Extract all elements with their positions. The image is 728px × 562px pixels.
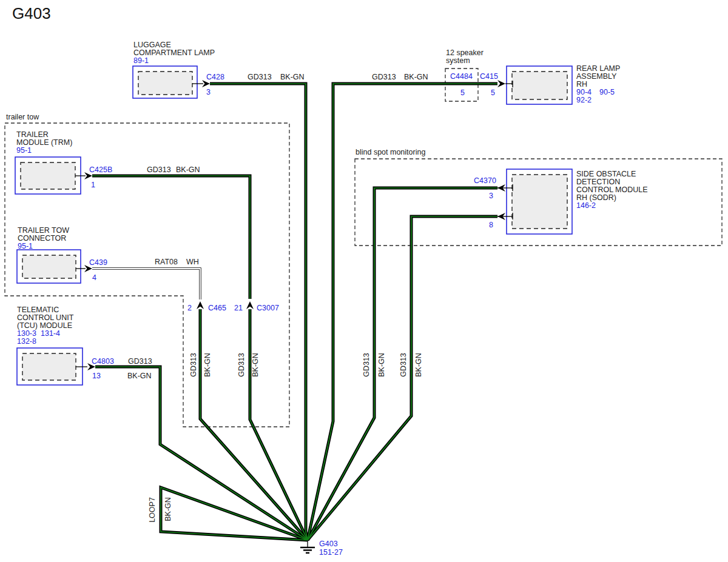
trailer-tow-region-label: trailer tow	[6, 113, 39, 121]
luggage-lamp-name-line2: COMPARTMENT LAMP	[133, 49, 215, 57]
wire-rat08-core	[92, 269, 200, 299]
rear-lamp-name-line2: ASSEMBLY	[576, 72, 617, 81]
wire-rear-lamp-color-label: BK-GN	[404, 73, 428, 81]
speaker-system-label-line1: 12 speaker	[446, 49, 484, 57]
page-title: G403	[12, 4, 51, 22]
wire-core	[308, 216, 497, 540]
wire-loop7-circuit-label-vertical: LOOP7	[148, 497, 157, 523]
luggage-lamp-box	[133, 66, 197, 98]
sodr-box	[507, 169, 572, 234]
c4803-label[interactable]: C4803	[92, 357, 114, 366]
c428-label[interactable]: C428	[206, 73, 224, 81]
luggage-lamp-inner-box	[138, 72, 192, 95]
wire-c3007-circuit-label-vertical: GD313	[237, 353, 246, 377]
trailer-module-inner-box	[21, 162, 75, 189]
c428-pin-number: 3	[206, 88, 211, 96]
c425b-pin-number: 1	[91, 181, 95, 189]
c4484-label[interactable]: C4484	[450, 72, 473, 81]
rear-lamp-page-ref-2[interactable]: 90-5	[599, 88, 615, 96]
tcu-page-ref-2[interactable]: 131-4	[41, 329, 60, 338]
wire-green-cores	[92, 84, 497, 540]
rear-lamp-name-line3: RH	[576, 80, 587, 89]
sodr-name-line1: SIDE OBSTACLE	[576, 170, 636, 178]
c465-arrow-icon	[197, 301, 204, 309]
c439-label[interactable]: C439	[89, 258, 107, 267]
ground-page-ref[interactable]: 151-27	[319, 548, 343, 557]
wire-trm-circuit-label: GD313	[147, 166, 171, 174]
wire-sodr8-color-label-vertical: BK-GN	[414, 353, 423, 377]
wire-c3007-color-label-vertical: BK-GN	[251, 353, 260, 377]
trailer-tow-connector-box	[17, 250, 81, 283]
wire-rat08-circuit-label: RAT08	[155, 258, 178, 266]
c4370-pin8-number: 8	[489, 221, 493, 229]
wire-rat08-color-label: WH	[186, 258, 199, 266]
sodr-inner-box	[512, 175, 567, 229]
wire-rat08-body	[92, 269, 200, 299]
tcu-name-line2: CONTROL UNIT	[17, 313, 74, 322]
c4803-pin-number: 13	[92, 372, 101, 380]
sodr-page-ref[interactable]: 146-2	[576, 201, 596, 210]
trailer-module-page-ref[interactable]: 95-1	[16, 146, 32, 155]
tcu-page-ref-3[interactable]: 132-8	[17, 337, 36, 346]
trailer-tow-connector-page-ref[interactable]: 95-1	[18, 242, 33, 250]
trailer-tow-connector-inner-box	[22, 255, 76, 278]
tcu-name-line1: TELEMATIC	[17, 306, 59, 314]
rear-lamp-box	[507, 66, 572, 104]
trailer-module-name-line2: MODULE (TRM)	[16, 138, 72, 147]
ground-symbol	[300, 540, 315, 553]
wire-luggage-circuit-label: GD313	[248, 73, 272, 81]
ground-id-label[interactable]: G403	[319, 540, 338, 548]
c415-label[interactable]: C415	[480, 72, 498, 81]
wire-sodr-pin8-to-ground	[308, 216, 497, 540]
wire-luggage-color-label: BK-GN	[280, 73, 305, 81]
trailer-module-box	[15, 157, 81, 194]
c425b-label[interactable]: C425B	[89, 166, 112, 174]
rear-lamp-page-ref-1[interactable]: 90-4	[576, 88, 592, 96]
sodr-name-line2: DETECTION	[576, 178, 620, 186]
c3007-label[interactable]: C3007	[257, 304, 279, 312]
rear-lamp-name-line1: REAR LAMP	[576, 64, 620, 73]
tcu-page-ref-1[interactable]: 130-3	[17, 329, 36, 338]
trailer-module-name-line1: TRAILER	[16, 130, 49, 139]
luggage-lamp-name-line1: LUGGAGE	[133, 41, 171, 49]
tcu-name-line3: (TCU) MODULE	[17, 321, 72, 330]
rear-lamp-page-ref-3[interactable]: 92-2	[576, 96, 592, 104]
sodr-name-line3: CONTROL MODULE	[576, 186, 648, 194]
wire-bodies	[92, 84, 497, 540]
c465-label[interactable]: C465	[208, 304, 226, 312]
c4484-pin-number: 5	[460, 89, 465, 97]
trailer-tow-connector-name-line1: TRAILER TOW	[18, 226, 69, 235]
blind-spot-region-label: blind spot monitoring	[356, 148, 425, 156]
luggage-lamp-page-ref[interactable]: 89-1	[133, 56, 149, 65]
tcu-box	[17, 348, 83, 385]
wire-sodr3-color-label-vertical: BK-GN	[377, 353, 386, 377]
wire-sodr3-circuit-label-vertical: GD313	[362, 353, 371, 377]
wiring-diagram-canvas: G403 LUGGAGE COMPARTMENT LAMP 89-1 C428 …	[0, 0, 728, 562]
trailer-tow-connector-name-line2: CONNECTOR	[18, 234, 66, 243]
wire-rear-lamp-circuit-label: GD313	[372, 73, 396, 81]
wire-trm-color-label: BK-GN	[176, 166, 200, 174]
tcu-inner-box	[22, 353, 76, 380]
speaker-system-label-line2: system	[446, 56, 470, 65]
c465-pin-number: 2	[187, 304, 192, 312]
c415-arrow-icon	[497, 80, 505, 87]
c3007-arrow-icon	[246, 301, 254, 309]
c3007-pin-number: 21	[234, 304, 243, 312]
wire-tcu-color-label: BK-GN	[127, 372, 152, 380]
rear-lamp-inner-box	[512, 72, 567, 99]
wire-c465-color-label-vertical: BK-GN	[203, 353, 212, 377]
c439-pin-number: 4	[92, 273, 96, 282]
c4370-pin3-number: 3	[489, 192, 493, 200]
wire-tcu-circuit-label: GD313	[128, 357, 152, 366]
wire-loop7-color-label-vertical: BK-GN	[164, 497, 172, 521]
wire-sodr8-circuit-label-vertical: GD313	[399, 353, 408, 377]
wiring-diagram-page: G403 LUGGAGE COMPARTMENT LAMP 89-1 C428 …	[0, 0, 728, 562]
wire-trailer-module-to-c3007	[92, 176, 250, 299]
sodr-name-line4: RH (SODR)	[576, 193, 616, 202]
c4370-label[interactable]: C4370	[474, 176, 496, 185]
wire-c465-circuit-label-vertical: GD313	[189, 353, 198, 377]
c415-pin-number: 5	[491, 89, 495, 97]
wire-core	[92, 176, 250, 299]
